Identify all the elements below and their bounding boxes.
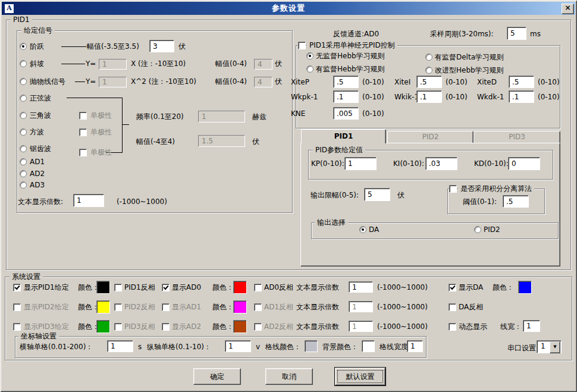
ad0-color-swatch[interactable] [233, 281, 247, 294]
da-invert-checkbox[interactable] [449, 303, 456, 311]
parabola-amp-input[interactable] [254, 77, 272, 87]
show-pid3-checkbox[interactable] [13, 323, 21, 331]
mult3-input[interactable] [349, 321, 373, 332]
integral-sep-checkbox[interactable] [449, 185, 457, 193]
ad0-invert-checkbox[interactable] [254, 284, 262, 291]
radio-ramp[interactable] [20, 60, 27, 67]
wkik-range: (0-10) [446, 93, 468, 101]
pid3-invert-checkbox[interactable] [114, 323, 122, 331]
radio-hebb-improved[interactable] [425, 67, 432, 74]
wkpk-input[interactable] [333, 90, 359, 103]
xited-input[interactable] [509, 76, 534, 88]
mult1-input[interactable] [349, 281, 373, 293]
kne-range: (0-10) [362, 109, 384, 118]
v-grid-input[interactable] [225, 340, 251, 352]
grid-color-swatch[interactable] [305, 340, 318, 352]
ad1-color-swatch[interactable] [233, 300, 247, 313]
xitep-input[interactable] [333, 76, 359, 88]
parabola-term-label: X^2 (注：-10至10) [131, 77, 196, 86]
ad2-invert-checkbox[interactable] [254, 323, 262, 331]
da-color-swatch[interactable] [518, 281, 532, 294]
pid2-invert-label: PID2反相 [124, 303, 155, 311]
threshold-input[interactable] [503, 195, 529, 208]
radio-sine-label: 正弦波 [30, 94, 51, 102]
close-button[interactable]: × [562, 4, 574, 14]
dynamic-display-checkbox[interactable] [449, 323, 456, 331]
show-pid2-label: 显示PID2给定 [24, 303, 69, 311]
tab-pid2[interactable]: PID2 [387, 131, 473, 143]
unipolar-sawtooth-checkbox[interactable] [79, 149, 87, 156]
radio-hebb-supervised[interactable] [306, 65, 313, 73]
neural-enable-checkbox[interactable] [298, 42, 306, 49]
cancel-button[interactable]: 取消 [265, 368, 313, 385]
radio-step[interactable] [20, 43, 27, 50]
radio-triangle[interactable] [20, 112, 27, 119]
show-pid2-checkbox[interactable] [13, 303, 21, 311]
ramp-coef-input[interactable] [99, 59, 127, 70]
h-grid-unit: s [138, 343, 142, 351]
signal-groupbox [17, 30, 293, 213]
default-settings-button[interactable]: 默认设置 [335, 368, 385, 385]
radio-sawtooth[interactable] [20, 145, 27, 152]
bracket-top-line [67, 98, 122, 98]
radio-delta-supervised[interactable] [425, 54, 432, 61]
ok-button[interactable]: 确定 [193, 368, 241, 385]
radio-square[interactable] [20, 128, 27, 136]
mult2-input[interactable] [349, 301, 373, 312]
xitei-input[interactable] [416, 76, 442, 88]
kd-input[interactable] [508, 157, 540, 170]
radio-parabola[interactable] [20, 78, 27, 85]
radio-da[interactable] [359, 226, 366, 233]
wave-amp-input[interactable] [198, 135, 245, 147]
kp-input[interactable] [344, 157, 377, 170]
bracket-mid-tick [123, 124, 129, 125]
tab-pid1[interactable]: PID1 [301, 129, 386, 143]
show-ad2-checkbox[interactable] [162, 323, 170, 331]
show-pid1-checkbox[interactable] [13, 284, 21, 291]
radio-sine[interactable] [20, 95, 27, 102]
show-ad1-checkbox[interactable] [162, 303, 170, 311]
wkik-input[interactable] [416, 90, 442, 103]
ad2-invert-label: AD2反相 [264, 322, 293, 331]
radio-pid2-output[interactable] [474, 226, 481, 233]
ramp-amp-input[interactable] [254, 59, 272, 70]
kne-input[interactable] [333, 107, 359, 120]
line-width-input[interactable] [523, 320, 540, 332]
pid3-color-swatch[interactable] [96, 320, 110, 333]
radio-ad3[interactable] [20, 181, 27, 189]
h-grid-input[interactable] [107, 340, 133, 352]
show-ad0-checkbox[interactable] [162, 284, 170, 291]
radio-ad1[interactable] [20, 158, 27, 165]
ad1-invert-checkbox[interactable] [254, 303, 262, 311]
pid2-invert-checkbox[interactable] [114, 303, 122, 311]
radio-ad2[interactable] [20, 170, 27, 177]
serial-dropdown[interactable]: 1 ▼ [537, 340, 562, 353]
grid-width-input[interactable] [407, 340, 423, 352]
parabola-coef-input[interactable] [99, 77, 127, 87]
freq-input[interactable] [198, 111, 245, 123]
pid1-invert-checkbox[interactable] [114, 284, 122, 291]
pid2-color-swatch[interactable] [96, 300, 110, 313]
show-da-checkbox[interactable] [449, 284, 456, 291]
step-volt-label: 伏 [178, 42, 186, 51]
output-limit-input[interactable] [364, 188, 390, 201]
signal-mult-input[interactable] [73, 194, 104, 207]
sample-period-input[interactable] [507, 27, 526, 40]
bg-color-swatch[interactable] [362, 340, 375, 352]
kd-label: KD(0-10): [474, 159, 509, 168]
serial-label: 串口设置 [507, 344, 536, 352]
radio-hebb-unsupervised[interactable] [306, 52, 313, 59]
unipolar-triangle-checkbox[interactable] [79, 112, 87, 120]
chevron-down-icon[interactable]: ▼ [550, 341, 560, 353]
ki-input[interactable] [425, 157, 457, 170]
ad2-color-swatch[interactable] [233, 320, 247, 333]
unipolar-square-checkbox[interactable] [79, 128, 87, 136]
step-amp-input[interactable] [149, 40, 174, 52]
ramp-amp-label: 幅值(0-4) [215, 59, 247, 68]
ad0-color-label: 颜色： [212, 283, 234, 291]
tab-pid3[interactable]: PID3 [473, 131, 560, 143]
bracket-vertical-line [122, 98, 123, 153]
wkdk-input[interactable] [509, 90, 534, 103]
pid1-color-swatch[interactable] [96, 281, 110, 294]
da-invert-label: DA反相 [459, 303, 483, 311]
